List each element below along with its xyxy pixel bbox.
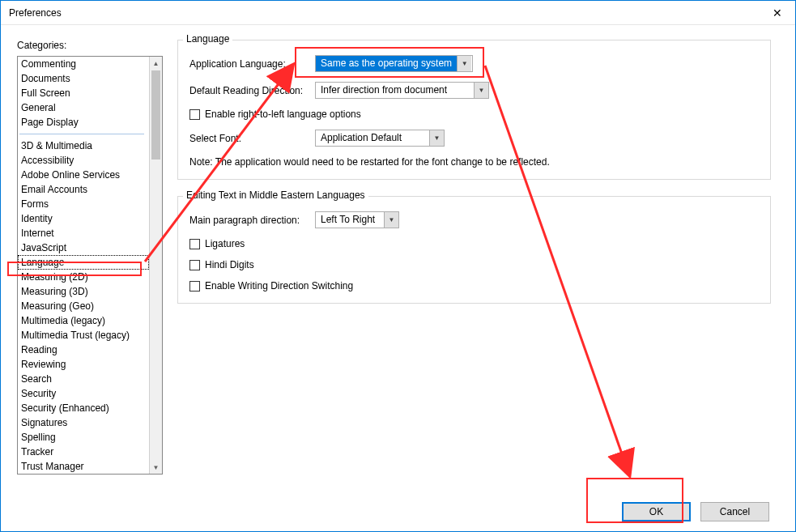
close-button[interactable]: ✕ [759,1,795,24]
paragraph-direction-value: Left To Right [316,212,384,228]
ok-button[interactable]: OK [622,502,691,521]
category-item[interactable]: Accessibility [18,153,149,168]
category-item[interactable]: Multimedia (legacy) [18,313,149,328]
category-item[interactable]: Spelling [18,430,149,445]
checkbox-icon [189,281,200,292]
category-item[interactable]: Security [18,386,149,401]
category-item[interactable]: Multimedia Trust (legacy) [18,328,149,343]
reading-direction-value: Infer direction from document [316,83,474,98]
scroll-thumb[interactable] [151,70,160,160]
category-item[interactable]: Full Screen [18,86,149,100]
category-item[interactable]: Search [18,372,149,386]
font-note: Note: The application would need to be r… [189,156,759,168]
category-item[interactable]: Language [18,255,149,270]
writing-direction-checkbox-row[interactable]: Enable Writing Direction Switching [189,280,759,292]
ligatures-checkbox-row[interactable]: Ligatures [189,238,759,249]
chevron-down-icon: ▼ [384,212,398,228]
category-item[interactable]: Measuring (Geo) [18,299,149,313]
scroll-up-icon[interactable]: ▲ [150,57,162,70]
chevron-down-icon: ▼ [474,83,488,98]
select-font-label: Select Font: [189,133,307,144]
categories-listbox[interactable]: CommentingDocumentsFull ScreenGeneralPag… [17,56,163,475]
category-item[interactable]: Measuring (3D) [18,284,149,299]
rtl-options-checkbox-row[interactable]: Enable right-to-left language options [189,109,759,120]
category-item[interactable]: Commenting [18,57,149,71]
category-item[interactable]: General [18,100,149,115]
category-item[interactable]: Security (Enhanced) [18,401,149,415]
editing-group: Editing Text in Middle Eastern Languages… [177,196,771,304]
category-item[interactable]: Measuring (2D) [18,270,149,284]
category-item[interactable]: Adobe Online Services [18,168,149,182]
hindi-digits-checkbox-row[interactable]: Hindi Digits [189,259,759,270]
category-item[interactable]: Tracker [18,445,149,459]
category-item[interactable]: Identity [18,211,149,226]
window-title: Preferences [9,7,62,19]
chevron-down-icon: ▼ [457,56,471,71]
scroll-down-icon[interactable]: ▼ [150,461,162,474]
close-icon: ✕ [773,6,782,19]
scrollbar[interactable]: ▲ ▼ [149,57,162,474]
checkbox-icon [189,109,200,120]
category-item[interactable]: Email Accounts [18,182,149,197]
preferences-dialog: Preferences ✕ Categories: CommentingDocu… [0,0,796,532]
category-item[interactable]: Forms [18,197,149,211]
reading-direction-dropdown[interactable]: Infer direction from document ▼ [315,82,489,99]
titlebar: Preferences ✕ [1,1,795,25]
hindi-digits-label: Hindi Digits [205,259,254,270]
language-group-legend: Language [183,33,232,45]
ligatures-label: Ligatures [205,238,245,249]
category-item[interactable]: Signatures [18,415,149,430]
category-item[interactable]: Internet [18,226,149,240]
categories-label: Categories: [17,40,163,51]
rtl-options-label: Enable right-to-left language options [205,109,361,120]
category-item[interactable]: Page Display [18,115,149,130]
paragraph-direction-label: Main paragraph direction: [189,215,307,226]
editing-group-legend: Editing Text in Middle Eastern Languages [183,189,368,201]
cancel-button[interactable]: Cancel [700,502,769,521]
category-item[interactable]: JavaScript [18,240,149,255]
chevron-down-icon: ▼ [429,130,444,146]
app-language-dropdown[interactable]: Same as the operating system ▼ [315,55,473,72]
checkbox-icon [189,260,200,270]
select-font-dropdown[interactable]: Application Default ▼ [315,130,445,147]
writing-direction-label: Enable Writing Direction Switching [205,280,353,292]
language-group: Language Application Language: Same as t… [177,40,771,180]
category-item[interactable]: 3D & Multimedia [18,138,149,153]
select-font-value: Application Default [316,130,429,146]
category-item[interactable]: Reviewing [18,357,149,372]
category-divider [19,134,144,134]
app-language-value: Same as the operating system [316,56,457,71]
category-item[interactable]: Reading [18,343,149,357]
category-item[interactable]: Trust Manager [18,459,149,474]
paragraph-direction-dropdown[interactable]: Left To Right ▼ [315,211,399,228]
app-language-label: Application Language: [189,58,307,70]
category-item[interactable]: Documents [18,71,149,86]
checkbox-icon [189,239,200,249]
reading-direction-label: Default Reading Direction: [189,85,307,96]
